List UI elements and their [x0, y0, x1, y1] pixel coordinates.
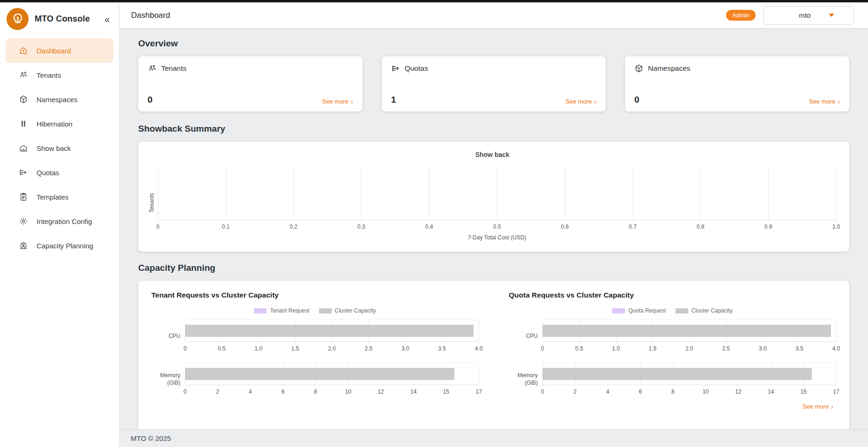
axis-tick-label: 17	[475, 388, 482, 395]
showback-plot-area	[158, 165, 836, 220]
memory-plot-area	[542, 363, 836, 385]
axis-tick-label: 0	[541, 345, 544, 352]
axis-tick-label: 0.3	[357, 224, 365, 230]
gridline	[479, 320, 479, 342]
tenants-see-more-link[interactable]: See more›	[322, 98, 353, 105]
quota-capacity-chart: Quota Requests vs Cluster Capacity Quota…	[509, 291, 836, 395]
axis-tick-label: 0	[156, 224, 160, 230]
footer-text: MTO © 2025	[131, 434, 171, 442]
axis-tick-label: 0	[184, 345, 187, 352]
main-area: Dashboard Admin mto Overview Tena	[119, 2, 868, 447]
namespaces-see-more-link[interactable]: See more›	[809, 98, 840, 105]
page-header: Dashboard Admin mto	[119, 2, 868, 28]
memory-x-ticks: 024681012141517	[185, 388, 479, 395]
sidebar-item-label: Quotas	[37, 169, 59, 177]
sidebar-item-hibernation[interactable]: Hibernation	[6, 112, 113, 136]
card-title: Tenants	[161, 64, 186, 73]
cluster-capacity-bar	[185, 325, 474, 337]
hibernation-icon	[19, 119, 28, 128]
axis-tick-label: 3.5	[795, 345, 803, 352]
sidebar-item-tenants[interactable]: Tenants	[6, 63, 113, 87]
showback-icon	[19, 143, 28, 153]
gridline	[479, 363, 479, 385]
cpu-plot-area	[185, 320, 479, 342]
capacity-see-more-link[interactable]: See more›	[802, 403, 833, 410]
cluster-capacity-bar	[542, 325, 831, 337]
axis-tick-label: 2.5	[722, 345, 730, 352]
cluster-capacity-bar	[185, 368, 454, 380]
axis-tick-label: 2.5	[365, 345, 373, 352]
axis-tick-label: 0.7	[629, 224, 637, 230]
tenants-card: Tenants 0 See more›	[138, 56, 363, 112]
sidebar-item-integration-config[interactable]: Integration Config	[6, 209, 113, 233]
card-title: Namespaces	[648, 64, 690, 73]
axis-tick-label: 4	[249, 388, 252, 395]
sidebar-item-dashboard[interactable]: Dashboard	[6, 38, 113, 63]
axis-tick-label: 2	[573, 388, 577, 395]
app-title: MTO Console	[35, 14, 90, 24]
quota-chart-legend: Quota Request Cluster Capacity	[509, 307, 836, 314]
app-root: MTO Console « Dashboard Tenants Names	[0, 2, 868, 447]
axis-tick-label: 1.0	[612, 345, 620, 352]
tenant-chart-title: Tenant Requests vs Cluster Capacity	[151, 291, 479, 299]
sidebar-item-templates[interactable]: Templates	[6, 185, 113, 209]
axis-tick-label: 12	[378, 388, 384, 395]
home-icon	[19, 46, 28, 55]
axis-tick-label: 0.5	[575, 345, 583, 352]
sidebar: MTO Console « Dashboard Tenants Names	[0, 2, 119, 447]
showback-chart-title: Show back	[148, 151, 836, 158]
namespaces-count: 0	[634, 95, 639, 105]
tenant-selector[interactable]: mto	[763, 6, 854, 25]
gridline	[768, 165, 769, 220]
sidebar-nav: Dashboard Tenants Namespaces Hibernation	[0, 37, 119, 260]
tenant-chart-legend: Tenant Request Cluster Capacity	[151, 307, 479, 314]
gridline	[361, 165, 362, 220]
quotas-see-more-link[interactable]: See more›	[565, 98, 596, 105]
tenants-count: 0	[148, 95, 153, 105]
legend-label: Quota Request	[628, 307, 666, 314]
chevron-right-icon: ›	[831, 403, 833, 410]
memory-x-ticks: 024681012141517	[542, 388, 836, 395]
axis-tick-label: 0.2	[289, 224, 297, 230]
integration-config-icon	[19, 216, 28, 226]
namespaces-card: Namespaces 0 See more›	[625, 56, 849, 112]
sidebar-item-label: Templates	[37, 193, 68, 201]
cpu-x-ticks: 00.51.01.52.02.53.03.54.0	[542, 345, 836, 352]
axis-tick-label: 0.8	[697, 224, 705, 230]
gridline	[294, 165, 294, 220]
sidebar-collapse-button[interactable]: «	[103, 14, 111, 25]
sidebar-item-showback[interactable]: Show back	[6, 136, 113, 160]
axis-tick-label: 1.5	[649, 345, 657, 352]
mto-logo-icon	[7, 8, 29, 30]
gridline	[226, 165, 226, 220]
memory-row: Memory (GiB) 024681012141517	[509, 363, 836, 395]
sidebar-item-capacity-planning[interactable]: Capacity Planning	[6, 233, 113, 258]
chevron-down-icon	[829, 14, 834, 17]
showback-ylabel: Tenants	[148, 175, 155, 231]
cpu-x-ticks: 00.51.01.52.02.53.03.54.0	[185, 345, 479, 352]
quota-chart-title: Quota Requests vs Cluster Capacity	[509, 291, 836, 299]
axis-tick-label: 2.0	[685, 345, 693, 352]
legend-label: Tenant Request	[270, 307, 309, 314]
axis-tick-label: 10	[703, 388, 709, 395]
sidebar-item-quotas[interactable]: Quotas	[6, 160, 113, 185]
axis-tick-label: 6	[639, 388, 642, 395]
axis-tick-label: 0.9	[764, 224, 772, 230]
axis-tick-label: 14	[410, 388, 416, 395]
axis-tick-label: 4	[606, 388, 609, 395]
axis-tick-label: 15	[443, 388, 449, 395]
sidebar-item-namespaces[interactable]: Namespaces	[6, 87, 113, 112]
tenant-capacity-chart: Tenant Requests vs Cluster Capacity Tena…	[151, 291, 479, 395]
gridline	[158, 165, 158, 220]
cpu-row: CPU 00.51.01.52.02.53.03.54.0	[151, 320, 479, 352]
cpu-row: CPU 00.51.01.52.02.53.03.54.0	[509, 320, 836, 352]
quotas-icon	[391, 64, 401, 73]
showback-x-ticks: 00.10.20.30.40.50.60.70.80.91.0	[158, 224, 836, 231]
legend-label: Cluster Capacity	[335, 307, 376, 314]
axis-tick-label: 3.0	[401, 345, 409, 352]
axis-tick-label: 0.4	[425, 224, 433, 230]
templates-icon	[19, 192, 28, 201]
brand: MTO Console «	[0, 2, 119, 37]
tenants-icon	[148, 64, 157, 73]
memory-row-label: Memory (GiB)	[151, 372, 180, 387]
